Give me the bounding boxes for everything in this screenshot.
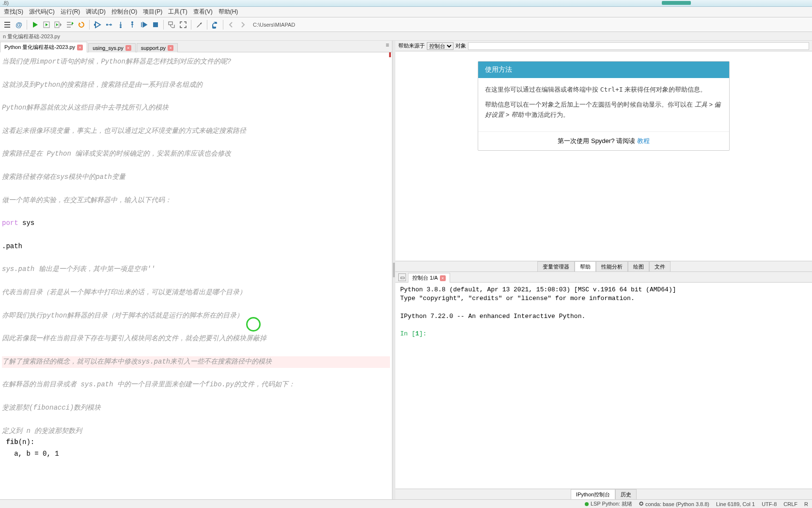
editor-line: 当我们使用import语句的时候，Python解释器是怎样找到对应的文件的呢?: [2, 56, 390, 68]
debug-stop-icon[interactable]: [150, 19, 161, 30]
svg-point-3: [106, 24, 108, 26]
back-icon[interactable]: [226, 19, 236, 30]
editor-line: sys.path 输出是一个列表，其中第一项是空串'': [2, 264, 390, 275]
editor-line: 了解了搜索路径的概念，就可以在脚本中修改sys.path来引入一些不在搜索路径中…: [2, 356, 390, 368]
close-icon[interactable]: ×: [77, 45, 83, 50]
debug-start-icon[interactable]: [92, 19, 103, 30]
editor-line: port sys: [2, 218, 390, 229]
editor-content[interactable]: 当我们使用import语句的时候，Python解释器是怎样找到对应的文件的呢? …: [0, 52, 392, 499]
editor-line: [2, 391, 390, 402]
status-encoding[interactable]: UTF-8: [762, 501, 777, 507]
toolbar-at-icon[interactable]: @: [14, 19, 24, 30]
menu-console[interactable]: 控制台(O): [109, 7, 140, 17]
find-replace-icon[interactable]: [166, 19, 177, 30]
editor-tab-label: support.py: [141, 45, 166, 51]
working-dir-path: C:\Users\MIAPAD: [253, 22, 295, 28]
help-pane: 使用方法 在这里你可以通过在编辑器或者终端中按 Ctrl+I 来获得任何对象的帮…: [395, 51, 812, 261]
status-line-col: Line 6189, Col 1: [716, 501, 755, 507]
console-banner: IPython 7.22.0 -- An enhanced Interactiv…: [400, 312, 807, 321]
breadcrumb-text: n 量化编程基础-2023.py: [3, 33, 60, 39]
run-cell-advance-icon[interactable]: [53, 19, 63, 30]
console-content[interactable]: Python 3.8.8 (default, Apr 13 2021, 15:0…: [395, 283, 812, 489]
help-card: 使用方法 在这里你可以通过在编辑器或者终端中按 Ctrl+I 来获得任何对象的帮…: [478, 61, 730, 151]
status-eol[interactable]: CRLF: [783, 501, 797, 507]
menu-find[interactable]: 查找(S): [1, 7, 26, 17]
status-lsp[interactable]: LSP Python: 就绪: [585, 500, 632, 508]
menu-source[interactable]: 源代码(C): [26, 7, 58, 17]
editor-line: [2, 206, 390, 218]
tab-variable-explorer[interactable]: 变量管理器: [537, 261, 575, 271]
console-blank: [400, 303, 807, 312]
console-browse-icon[interactable]: ▭: [398, 273, 406, 281]
tab-plots[interactable]: 绘图: [628, 261, 649, 271]
editor-line: 搜索路径被存储在sys模块中的path变量: [2, 172, 390, 183]
maximize-icon[interactable]: [178, 19, 188, 30]
editor-line: [2, 137, 390, 149]
editor-line: 在解释器的当前目录或者 sys.path 中的一个目录里面来创建一个fibo.p…: [2, 379, 390, 391]
hamburger-icon[interactable]: ≡: [386, 42, 389, 48]
console-tab[interactable]: 控制台 1/A ×: [408, 273, 450, 283]
preferences-icon[interactable]: [194, 19, 204, 30]
statusbar: LSP Python: 就绪 ✪conda: base (Python 3.8.…: [0, 499, 812, 508]
menu-view[interactable]: 查看(V): [190, 7, 216, 17]
tutorial-link[interactable]: 教程: [637, 137, 650, 144]
svg-rect-2: [94, 24, 95, 26]
help-source-select[interactable]: 控制台: [427, 42, 453, 50]
close-icon[interactable]: ×: [440, 275, 446, 281]
pythonpath-icon[interactable]: [210, 19, 220, 30]
svg-point-4: [120, 26, 122, 28]
menu-run[interactable]: 运行(R): [58, 7, 83, 17]
right-pane: 帮助来源于 控制台 对象 使用方法 在这里你可以通过在编辑器或者终端中按 Ctr…: [395, 41, 812, 499]
file-breadcrumb: n 量化编程基础-2023.py: [0, 32, 812, 41]
help-card-footer: 第一次使用 Spyder? 请阅读 教程: [478, 131, 729, 150]
run-selection-icon[interactable]: [64, 19, 75, 30]
run-cell-icon[interactable]: [41, 19, 52, 30]
forward-icon[interactable]: [237, 19, 248, 30]
status-conda[interactable]: ✪conda: base (Python 3.8.8): [639, 501, 709, 507]
editor-tab[interactable]: support.py ×: [137, 43, 178, 52]
toolbar-outline-icon[interactable]: [2, 19, 13, 30]
rerun-icon[interactable]: [76, 19, 87, 30]
status-dot-icon: [585, 502, 589, 506]
status-mode: R: [804, 501, 808, 507]
close-icon[interactable]: ×: [125, 45, 131, 51]
editor-line: 亦即我们执行python解释器的目录（对于脚本的话就是运行的脚本所在的目录）: [2, 310, 390, 322]
toolbar-separator: [191, 20, 191, 30]
console-prompt[interactable]: In [1]:: [400, 330, 807, 338]
splitter-handle[interactable]: [393, 263, 395, 277]
editor-line: [2, 321, 390, 333]
tab-help[interactable]: 帮助: [575, 261, 596, 271]
menu-help[interactable]: 帮助(H): [216, 7, 241, 17]
editor-line: [2, 299, 390, 310]
editor-line: fib(n):: [2, 437, 390, 448]
debug-step-into-icon[interactable]: [115, 19, 126, 30]
editor-tab[interactable]: using_sys.py ×: [88, 43, 136, 52]
debug-step-icon[interactable]: [104, 19, 114, 30]
editor-line: 这就涉及到Python的搜索路径，搜索路径是由一系列目录名组成的: [2, 79, 390, 91]
run-file-icon[interactable]: [30, 19, 40, 30]
editor-tab[interactable]: Python 量化编程基础-2023.py ×: [0, 42, 87, 52]
tab-files[interactable]: 文件: [649, 261, 671, 271]
close-icon[interactable]: ×: [168, 45, 173, 51]
menu-project[interactable]: 项目(P): [140, 7, 165, 17]
editor-line: 代表当前目录（若是从一个脚本中打印出来的话，可以更清楚地看出是哪个目录）: [2, 287, 390, 299]
editor-line: 搜索路径是在 Python 编译或安装的时候确定的，安装新的库应该也会修改: [2, 148, 390, 160]
editor-pane: Python 量化编程基础-2023.py × using_sys.py × s…: [0, 41, 392, 499]
svg-rect-6: [153, 22, 158, 27]
help-object-label: 对象: [455, 42, 466, 49]
menu-tools[interactable]: 工具(T): [165, 7, 190, 17]
tab-profiler[interactable]: 性能分析: [596, 261, 628, 271]
editor-line: [2, 368, 390, 380]
tab-history[interactable]: 历史: [615, 489, 637, 499]
debug-continue-icon[interactable]: [139, 19, 149, 30]
help-source-bar: 帮助来源于 控制台 对象: [395, 41, 812, 51]
debug-step-out-icon[interactable]: [127, 19, 138, 30]
right-tabs: 变量管理器 帮助 性能分析 绘图 文件: [395, 261, 812, 271]
toolbar-separator: [163, 20, 164, 30]
tab-ipython-console[interactable]: IPython控制台: [571, 489, 615, 499]
help-object-input[interactable]: [468, 42, 809, 50]
menu-debug[interactable]: 调试(D): [83, 7, 109, 17]
main-area: Python 量化编程基础-2023.py × using_sys.py × s…: [0, 41, 812, 499]
titlebar-version: .8): [2, 0, 9, 6]
menubar: 查找(S) 源代码(C) 运行(R) 调试(D) 控制台(O) 项目(P) 工具…: [0, 7, 812, 17]
